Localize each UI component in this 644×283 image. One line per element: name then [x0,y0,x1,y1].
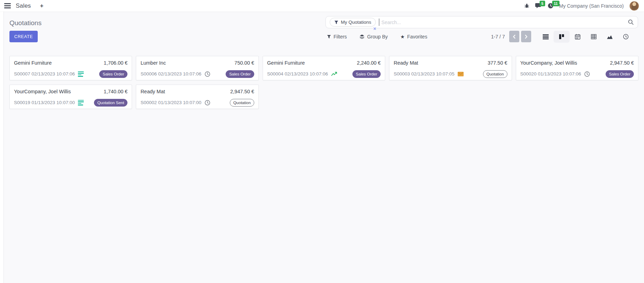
quotation-card[interactable]: Ready Mat2,947.50 € S00002 01/13/2023 10… [136,85,258,109]
order-reference: S00003 02/13/2023 10:07:05 [394,71,454,77]
customer-name: Lumber Inc [140,60,166,66]
pager-counter: 1-7 / 7 [491,34,505,39]
quotation-card[interactable]: YourCompany, Joel Willis1,740.00 € S0001… [9,85,132,109]
quotation-card[interactable]: Gemini Furniture2,240.00 € S00004 02/13/… [263,56,385,80]
kanban-view-icon [559,34,564,39]
company-switcher[interactable]: My Company (San Francisco) [559,3,624,9]
search-bar[interactable]: My Quotations × [325,16,638,28]
clock-activity-icon[interactable] [205,100,210,106]
star-icon: ★ [400,34,405,39]
content-area: Quotations My Quotations × [0,12,644,283]
search-input[interactable] [381,20,628,25]
activity-list-icon [78,100,84,106]
status-badge: Sales Order [99,70,127,78]
search-icon[interactable] [628,19,634,25]
graph-view-button[interactable] [602,31,618,43]
kanban-grid: Gemini Furniture1,706.00 € S00007 02/13/… [9,56,638,109]
status-badge: Sales Order [226,70,254,78]
app-name[interactable]: Sales [16,2,31,9]
quotation-card[interactable]: YourCompany, Joel Willis2,947.50 € S0002… [516,56,638,80]
messages-menu[interactable]: 5 [535,3,542,9]
amount-total: 2,947.50 € [610,60,634,66]
plus-icon[interactable]: + [40,2,44,9]
customer-name: YourCompany, Joel Willis [520,60,577,66]
view-switcher [537,31,634,43]
quotation-card[interactable]: Gemini Furniture1,706.00 € S00007 02/13/… [9,56,132,80]
debug-bug-icon[interactable] [524,3,529,8]
order-reference: S00006 02/13/2023 10:07:06 [140,71,201,77]
status-badge: Sales Order [352,70,381,78]
filter-funnel-icon [327,35,331,39]
activity-clock-icon [584,71,590,77]
activity-envelope-icon [458,72,464,77]
filters-label: Filters [334,34,347,39]
amount-total: 2,947.50 € [230,89,254,94]
customer-name: Ready Mat [394,60,418,66]
pager-previous-button[interactable] [509,31,519,42]
text-caret [379,19,379,26]
order-reference: S00002 01/13/2023 10:07:00 [140,100,201,105]
envelope-activity-icon[interactable] [458,72,464,77]
order-reference: S00007 02/13/2023 10:07:06 [14,71,75,77]
user-avatar[interactable] [629,1,639,11]
facet-label: My Quotations [341,20,371,25]
activity-list-icon [78,71,84,77]
status-badge: Quotation [483,70,507,78]
order-reference: S00020 01/13/2023 10:07:06 [520,71,581,77]
facet-remove-icon[interactable]: × [373,26,376,31]
status-badge: Sales Order [606,70,634,78]
order-reference: S00019 01/13/2023 10:07:00 [14,100,75,105]
quotation-card[interactable]: Ready Mat377.50 € S00003 02/13/2023 10:0… [389,56,512,80]
kanban-view-button[interactable] [554,31,570,43]
calendar-view-button[interactable] [570,31,586,43]
chevron-left-icon [513,35,516,39]
group-by-label: Group By [367,34,388,39]
customer-name: YourCompany, Joel Willis [14,89,71,94]
layers-icon [359,34,365,39]
activity-clock-icon [205,100,210,106]
action-panel: Quotations My Quotations × [3,12,644,283]
activity-view-icon [623,34,629,39]
apps-menu-icon[interactable] [4,3,11,8]
pivot-view-icon [591,34,597,39]
amount-total: 1,740.00 € [104,89,128,94]
clock-activity-icon[interactable] [584,71,590,77]
page-title: Quotations [9,19,42,27]
activities-menu[interactable]: 11 [548,3,554,9]
filter-funnel-icon [334,20,338,24]
list-teal-activity-icon[interactable] [78,71,84,77]
graph-view-icon [607,34,613,39]
top-navbar: Sales + 5 11 My Company (San Francisco) [0,0,644,12]
amount-total: 750.00 € [234,60,254,66]
activity-view-button[interactable] [618,31,634,43]
quotation-card[interactable]: Lumber Inc750.00 € S00006 02/13/2023 10:… [136,56,258,80]
messages-count-badge: 5 [540,1,545,6]
amount-total: 2,240.00 € [357,60,381,66]
pager-next-button[interactable] [521,31,531,42]
customer-name: Gemini Furniture [14,60,52,66]
calendar-view-icon [575,34,580,39]
list-teal-activity-icon[interactable] [78,100,84,106]
customer-name: Gemini Furniture [267,60,305,66]
activity-trending-up-icon [331,71,338,77]
pivot-view-button[interactable] [586,31,602,43]
customer-name: Ready Mat [140,89,165,94]
list-view-icon [543,34,549,39]
clock-activity-icon[interactable] [205,71,210,77]
order-reference: S00004 02/13/2023 10:07:06 [267,71,328,77]
filters-button[interactable]: Filters [327,34,347,39]
group-by-button[interactable]: Group By [359,34,388,39]
chevron-right-icon [525,35,528,39]
amount-total: 377.50 € [488,60,507,66]
status-badge: Quotation Sent [94,99,128,107]
activity-clock-icon [205,71,210,77]
search-facet: My Quotations [330,18,376,27]
favorites-button[interactable]: ★ Favorites [400,34,427,39]
list-view-button[interactable] [537,31,554,43]
trend-up-activity-icon[interactable] [331,71,338,77]
amount-total: 1,706.00 € [104,60,128,66]
favorites-label: Favorites [407,34,427,39]
status-badge: Quotation [230,99,254,107]
create-button[interactable]: CREATE [9,31,38,42]
activities-count-badge: 11 [552,1,559,6]
